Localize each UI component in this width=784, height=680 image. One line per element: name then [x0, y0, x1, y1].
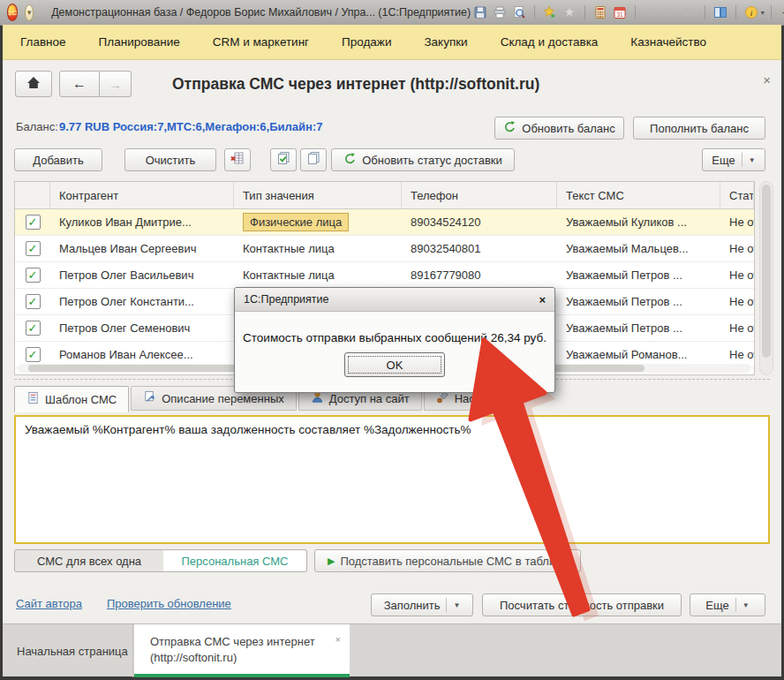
header-contragent[interactable]: Контрагент [50, 182, 234, 208]
menu-item-purchases[interactable]: Закупки [424, 35, 467, 49]
cell-contragent[interactable]: Петров Олег Константи... [50, 289, 234, 314]
page-close-icon[interactable]: × [763, 72, 771, 87]
topup-balance-button[interactable]: Пополнить баланс [633, 117, 765, 140]
cell-contragent[interactable]: Петров Олег Семенович [50, 315, 234, 341]
cell-text[interactable]: Уважаемый Петров ... [557, 289, 720, 314]
dialog-message: Стоимость отправки выбранных сообщений 2… [235, 331, 554, 344]
tab-start-page[interactable]: Начальная страница [3, 624, 133, 677]
menu-item-planning[interactable]: Планирование [99, 35, 180, 49]
refresh-balance-button[interactable]: Обновить баланс [494, 117, 624, 140]
cell-status[interactable]: Не отп [720, 315, 754, 341]
more-button-toolbar[interactable]: Еще ▼ [702, 148, 765, 171]
row-checkbox-cell[interactable]: ✓ [15, 289, 50, 314]
personal-sms-label: Персональная СМС [182, 555, 289, 568]
main-menu-button[interactable]: ▼ [25, 4, 34, 21]
substitute-personal-sms-button[interactable]: ▶ Подставить персональные СМС в таблицу [314, 549, 581, 572]
sms-template-textarea[interactable]: Уважаемый %Контрагент% ваша задолженност… [14, 415, 770, 544]
menu-item-sales[interactable]: Продажи [342, 35, 391, 49]
table-row[interactable]: ✓ Мальцев Иван Сергеевич Контактные лица… [15, 236, 754, 262]
header-phone[interactable]: Телефон [402, 182, 557, 208]
more-button-footer[interactable]: Еще ▼ [690, 593, 765, 616]
tab-sms-template[interactable]: Шаблон СМС [14, 386, 129, 412]
menu-item-main[interactable]: Главное [20, 35, 66, 49]
author-site-link[interactable]: Сайт автора [16, 597, 82, 610]
checkbox-checked[interactable]: ✓ [26, 268, 41, 283]
cell-status[interactable]: Не отп [720, 262, 754, 288]
cell-status[interactable]: Не отп [720, 209, 754, 235]
cell-contragent[interactable]: Куликов Иван Дмитрие... [50, 209, 234, 235]
info-icon[interactable]: i [742, 4, 761, 21]
table-row[interactable]: ✓ Петров Олег Васильевич Контактные лица… [15, 262, 754, 289]
cell-contragent[interactable]: Мальцев Иван Сергеевич [50, 236, 234, 261]
fill-button[interactable]: Заполнить ▼ [371, 593, 473, 616]
row-checkbox-cell[interactable]: ✓ [15, 209, 50, 235]
refresh-balance-label: Обновить баланс [522, 122, 614, 135]
row-checkbox-cell[interactable]: ✓ [15, 262, 50, 288]
info-caret-icon[interactable]: ▼ [759, 10, 765, 16]
header-type[interactable]: Тип значения [234, 182, 402, 208]
row-checkbox-cell[interactable]: ✓ [15, 315, 50, 341]
header-status[interactable]: Статус [720, 182, 754, 208]
cell-text[interactable]: Уважаемый Петров ... [557, 315, 720, 341]
forward-icon: → [109, 77, 122, 92]
cell-type[interactable]: Физические лица [234, 209, 402, 235]
checkbox-checked[interactable]: ✓ [26, 241, 41, 256]
row-checkbox-cell[interactable]: ✓ [15, 236, 50, 261]
cell-phone[interactable]: 89032540801 [402, 236, 557, 261]
checkbox-checked[interactable]: ✓ [26, 321, 41, 336]
clear-button[interactable]: Очистить [124, 148, 216, 171]
header-text[interactable]: Текст СМС [557, 182, 720, 208]
cell-contragent[interactable]: Петров Олег Васильевич [50, 262, 234, 288]
uncheck-all-button[interactable] [300, 148, 327, 171]
tab-sms-window[interactable]: Отправка СМС через интернет (http://soft… [134, 624, 350, 677]
checkbox-checked[interactable]: ✓ [26, 347, 41, 362]
cell-type[interactable]: Контактные лица [234, 236, 402, 261]
cell-text[interactable]: Уважаемый Мальцев... [557, 236, 720, 261]
cell-phone[interactable]: 89167779080 [402, 262, 557, 288]
cell-phone[interactable]: 89034524120 [402, 209, 557, 235]
split-window-icon[interactable] [711, 4, 730, 21]
window-title: Демонстрационная база / Федоров Борис Ми… [51, 6, 471, 19]
menu-item-warehouse[interactable]: Склад и доставка [501, 35, 599, 49]
tab-close-icon[interactable]: × [335, 631, 341, 647]
calculator-icon[interactable] [591, 4, 610, 21]
cell-status[interactable]: Не отп [720, 236, 754, 261]
save-icon[interactable] [471, 4, 490, 21]
print-preview-icon[interactable] [509, 4, 529, 21]
ok-button[interactable]: OK [344, 352, 445, 377]
print-icon[interactable] [490, 4, 509, 21]
sms-tab-line1: Отправка СМС через интернет [150, 634, 350, 650]
check-icon: ✓ [28, 296, 38, 307]
balance-label: Баланс: [16, 120, 58, 133]
cell-text[interactable]: Уважаемый Петров ... [557, 262, 720, 288]
vertical-scrollbar-thumb[interactable] [762, 185, 771, 358]
delete-rows-button[interactable] [224, 148, 251, 171]
add-button[interactable]: Добавить [14, 148, 102, 171]
menu-item-treasury[interactable]: Казначейство [630, 35, 706, 49]
cell-text[interactable]: Уважаемый Куликов ... [557, 209, 720, 235]
selected-cell[interactable]: Физические лица [243, 213, 349, 231]
cell-status[interactable]: Не отп [720, 289, 754, 314]
cell-type[interactable]: Контактные лица [234, 262, 402, 288]
refresh-delivery-status-button[interactable]: Обновить статус доставки [331, 148, 515, 171]
menu-item-crm[interactable]: CRM и маркетинг [213, 35, 309, 49]
sms-one-for-all-button[interactable]: СМС для всех одна [14, 549, 164, 572]
check-update-link[interactable]: Проверить обновление [107, 597, 231, 610]
calculate-cost-button[interactable]: Посчитать стоимость отправки [482, 593, 682, 616]
personal-sms-button[interactable]: Персональная СМС [163, 549, 307, 572]
calendar-icon[interactable]: 31 [610, 4, 629, 21]
dialog-titlebar: 1С:Предприятие × [235, 288, 554, 312]
add-favorite-icon[interactable] [540, 4, 560, 21]
back-button[interactable]: ← [59, 71, 100, 97]
check-all-button[interactable] [270, 148, 297, 171]
home-button[interactable] [15, 71, 52, 97]
table-row[interactable]: ✓ Куликов Иван Дмитрие... Физические лиц… [15, 209, 754, 236]
minimize-button[interactable]: – [777, 4, 784, 21]
check-icon: ✓ [28, 269, 38, 281]
vertical-scrollbar[interactable] [759, 181, 773, 375]
checkbox-checked[interactable]: ✓ [26, 215, 41, 230]
checkbox-checked[interactable]: ✓ [26, 294, 41, 309]
dialog-close-icon[interactable]: × [539, 293, 546, 306]
1c-logo-icon: 1С [7, 4, 18, 21]
header-checkbox-column[interactable] [15, 182, 50, 208]
